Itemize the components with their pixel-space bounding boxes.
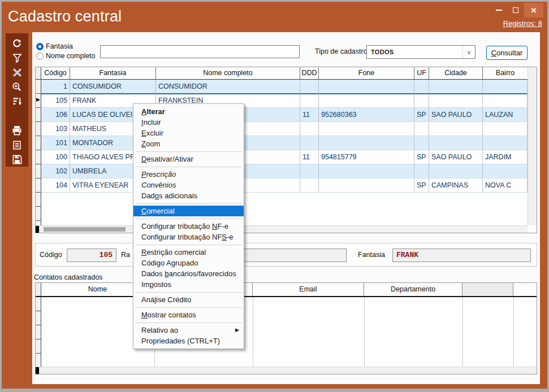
table-row[interactable]: 100 THIAGO ALVES PR 11 954815779 SP SAO …: [36, 150, 528, 164]
submenu-arrow-icon: ▶: [235, 325, 239, 336]
table-row-selected[interactable]: ▶ 105 FRANK FRANKSTEIN: [36, 94, 528, 108]
cell-uf: [414, 136, 429, 150]
contacts-column-divider: [513, 297, 514, 367]
menu-item-configurar-tributacao-nf-e[interactable]: Configurar tributação NF-e: [133, 221, 244, 232]
header-uf[interactable]: UF: [414, 67, 429, 79]
contacts-table: Nome Email Departamento: [35, 282, 537, 374]
refresh-button[interactable]: [9, 36, 25, 51]
print-button[interactable]: [9, 123, 25, 138]
client-area: Fantasia Nome completo Tipo de cadastro …: [32, 32, 540, 384]
close-button[interactable]: ✕: [524, 3, 543, 18]
header-cidade[interactable]: Cidade: [429, 67, 483, 79]
cell-ddd: [300, 136, 319, 150]
radio-nome-completo-label: Nome completo: [46, 52, 96, 60]
cell-ddd: [300, 164, 319, 178]
menu-item-zoom[interactable]: Zoom: [133, 138, 244, 149]
menu-item-alterar[interactable]: Alterar: [133, 106, 244, 117]
window-controls: ✕: [490, 2, 543, 18]
row-indicator: ▶: [36, 94, 41, 108]
tipo-de-cadastro-select[interactable]: TODOS ∨: [366, 45, 475, 59]
records-table: Código Fantasia Nome completo DDD Fone U…: [35, 67, 537, 233]
menu-separator: [133, 164, 244, 169]
cell-uf: SP: [414, 108, 429, 122]
table-row[interactable]: 1 CONSUMIDOR CONSUMIDOR: [36, 80, 528, 94]
menu-separator: [133, 201, 244, 206]
cell-bairro: [483, 164, 528, 178]
menu-item-prescricao[interactable]: Prescrição: [133, 169, 244, 180]
cell-codigo: 102: [41, 164, 70, 178]
zoom-button[interactable]: [9, 80, 25, 94]
radio-fantasia[interactable]: [36, 43, 44, 50]
vertical-scrollbar[interactable]: [528, 67, 537, 225]
fantasia-field: FRANK: [392, 249, 531, 262]
menu-item-restricao-comercial[interactable]: Restrição comercial: [133, 247, 244, 258]
menu-item-excluir[interactable]: Excluir: [133, 128, 244, 138]
codigo-field: 105: [67, 249, 116, 262]
header-bairro[interactable]: Bairro: [483, 67, 528, 79]
maximize-button[interactable]: [507, 3, 524, 18]
menu-item-dados-adicionais[interactable]: Dados adicionais: [133, 190, 244, 201]
header-nome-completo[interactable]: Nome completo: [156, 67, 300, 79]
minimize-button[interactable]: [490, 3, 507, 18]
table-row[interactable]: 104 VITRA EYENEAR SP CAMPINAS NOVA C: [36, 178, 528, 193]
contacts-header-departamento[interactable]: Departamento: [364, 283, 462, 296]
indicator-column-extra: [36, 193, 41, 227]
cell-cidade: SAO PAULO: [429, 150, 483, 164]
header-fantasia[interactable]: Fantasia: [70, 67, 156, 79]
cell-fone: [319, 122, 414, 136]
cell-fone: [319, 136, 414, 150]
header-codigo[interactable]: Código: [41, 67, 70, 79]
scrollbar-edge-mark: [36, 226, 39, 233]
tipo-de-cadastro-label: Tipo de cadastro: [315, 47, 368, 55]
registros-link[interactable]: Registros: 8: [503, 19, 542, 28]
save-button[interactable]: [9, 152, 25, 167]
menu-item-relativo-ao[interactable]: Relativo ao▶: [133, 325, 244, 336]
codigo-label: Código: [40, 251, 62, 259]
contacts-header-email[interactable]: Email: [253, 283, 364, 296]
cell-fone: [319, 94, 414, 108]
table-row[interactable]: 101 MONTADOR: [36, 136, 528, 150]
contacts-column-divider: [462, 297, 463, 367]
menu-item-impostos[interactable]: Impostos: [133, 279, 244, 290]
radio-fantasia-label: Fantasia: [46, 42, 73, 50]
page-title: Cadastro central: [8, 8, 122, 25]
row-indicator: [36, 80, 41, 94]
consultar-button[interactable]: Consultar: [486, 46, 528, 60]
menu-item-comercial[interactable]: Comercial: [133, 206, 244, 216]
table-row[interactable]: 102 UMBRELA: [36, 164, 528, 178]
contatos-cadastrados-label: Contatos cadastrados: [34, 273, 103, 281]
menu-item-codigo-agrupado[interactable]: Código Agrupado: [133, 258, 244, 268]
menu-item-dados-bancarios-favorecidos[interactable]: Dados bancários/favorecidos: [133, 268, 244, 279]
row-indicator: [36, 164, 41, 178]
print-icon: [11, 125, 23, 136]
table-row[interactable]: 106 LUCAS DE OLIVEIR 11 952680363 SP SAO…: [36, 108, 528, 122]
cell-ddd: [300, 178, 319, 193]
cell-bairro: [483, 94, 528, 108]
clear-filter-button[interactable]: [9, 65, 25, 80]
menu-item-mostrar-contatos[interactable]: Mostrar contatos: [133, 310, 244, 320]
menu-item-configurar-tributacao-nfs-e[interactable]: Configurar tributação NFS-e: [133, 232, 244, 242]
report-button[interactable]: [9, 138, 25, 153]
filter-button[interactable]: [9, 51, 25, 66]
cell-codigo: 1: [41, 80, 70, 94]
cell-cidade: [429, 164, 483, 178]
contacts-horizontal-scrollbar[interactable]: [36, 367, 537, 374]
horizontal-scrollbar[interactable]: [36, 225, 528, 233]
table-row[interactable]: 103 MATHEUS: [36, 122, 528, 136]
refresh-icon: [11, 38, 23, 49]
header-fone[interactable]: Fone: [319, 67, 414, 79]
menu-item-incluir[interactable]: Incluir: [133, 117, 244, 128]
radio-nome-completo[interactable]: [36, 53, 44, 60]
menu-item-desativar-ativar[interactable]: Desativar/Ativar: [133, 154, 244, 164]
scrollbar-thumb[interactable]: [44, 227, 126, 232]
menu-item-convenios[interactable]: Convênios: [133, 180, 244, 190]
menu-item-propriedades[interactable]: Propriedades (CTRL+T): [133, 336, 244, 346]
search-input[interactable]: [100, 45, 300, 58]
cell-bairro: [483, 80, 528, 94]
header-ddd[interactable]: DDD: [300, 67, 319, 79]
header-indicator: [36, 67, 41, 79]
cell-cidade: [429, 94, 483, 108]
sort-button[interactable]: [9, 94, 25, 109]
save-icon: [12, 154, 23, 165]
menu-item-analise-credito[interactable]: Análise Crédito: [133, 294, 244, 305]
